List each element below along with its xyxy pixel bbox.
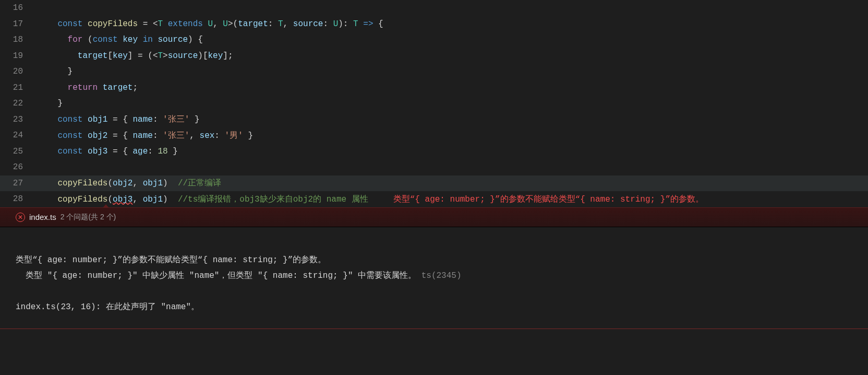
code-content[interactable]: copyFileds(obj3, obj1) //ts编译报错，obj3缺少来自… bbox=[38, 194, 868, 205]
line-number: 22 bbox=[0, 99, 38, 108]
line-number: 16 bbox=[0, 3, 38, 13]
problems-panel-body[interactable]: 类型“{ age: number; }”的参数不能赋给类型“{ name: st… bbox=[0, 227, 868, 329]
code-line[interactable]: 16 bbox=[0, 0, 868, 16]
line-number: 26 bbox=[0, 162, 38, 172]
code-content[interactable]: const obj1 = { name: '张三' } bbox=[38, 114, 868, 125]
code-line[interactable]: 28 copyFileds(obj3, obj1) //ts编译报错，obj3缺… bbox=[0, 191, 868, 207]
code-line[interactable]: 19 target[key] = (<T>source)[key]; bbox=[0, 48, 868, 64]
code-line[interactable]: 20 } bbox=[0, 64, 868, 80]
problems-count: 2 个问题(共 2 个) bbox=[61, 213, 116, 222]
code-line[interactable]: 18 for (const key in source) { bbox=[0, 32, 868, 48]
line-number: 28 bbox=[0, 194, 38, 204]
line-number: 20 bbox=[0, 67, 38, 76]
code-line[interactable]: 26 bbox=[0, 159, 868, 175]
code-content[interactable]: const obj2 = { name: '张三', sex: '男' } bbox=[38, 130, 868, 141]
line-number: 27 bbox=[0, 179, 38, 188]
code-content[interactable]: } bbox=[38, 67, 868, 76]
code-line[interactable]: 23 const obj1 = { name: '张三' } bbox=[0, 112, 868, 128]
line-number: 21 bbox=[0, 83, 38, 92]
code-line[interactable]: 24 const obj2 = { name: '张三', sex: '男' } bbox=[0, 127, 868, 144]
problems-filename: index.ts bbox=[29, 213, 56, 221]
line-number: 18 bbox=[0, 35, 38, 44]
code-content[interactable]: const copyFileds = <T extends U, U>(targ… bbox=[38, 19, 868, 29]
line-number: 19 bbox=[0, 51, 38, 61]
code-line[interactable]: 25 const obj3 = { age: 18 } bbox=[0, 144, 868, 160]
code-line[interactable]: 17 const copyFileds = <T extends U, U>(t… bbox=[0, 16, 868, 32]
code-content[interactable]: copyFileds(obj2, obj1) //正常编译 bbox=[38, 178, 868, 189]
line-number: 23 bbox=[0, 115, 38, 124]
code-content[interactable]: target[key] = (<T>source)[key]; bbox=[38, 51, 868, 61]
error-message-line: 类型“{ age: number; }”的参数不能赋给类型“{ name: st… bbox=[16, 255, 326, 265]
problems-panel-header[interactable]: ✕ index.ts 2 个问题(共 2 个) bbox=[0, 207, 868, 227]
code-content[interactable]: return target; bbox=[38, 83, 868, 92]
error-marker-icon bbox=[103, 204, 109, 208]
line-number: 25 bbox=[0, 147, 38, 156]
error-message-line: 类型 "{ age: number; }" 中缺少属性 "name"，但类型 "… bbox=[16, 271, 416, 280]
error-related-info: index.ts(23, 16): 在此处声明了 "name"。 bbox=[16, 302, 199, 312]
code-content[interactable]: const obj3 = { age: 18 } bbox=[38, 147, 868, 156]
code-content[interactable]: for (const key in source) { bbox=[38, 35, 868, 44]
code-editor[interactable]: 1617 const copyFileds = <T extends U, U>… bbox=[0, 0, 868, 207]
error-code: ts(2345) bbox=[421, 271, 462, 280]
line-number: 24 bbox=[0, 131, 38, 140]
code-line[interactable]: 22 } bbox=[0, 96, 868, 112]
error-icon: ✕ bbox=[16, 213, 25, 222]
code-line[interactable]: 21 return target; bbox=[0, 80, 868, 96]
line-number: 17 bbox=[0, 19, 38, 29]
code-line[interactable]: 27 copyFileds(obj2, obj1) //正常编译 bbox=[0, 175, 868, 192]
code-content[interactable]: } bbox=[38, 99, 868, 108]
